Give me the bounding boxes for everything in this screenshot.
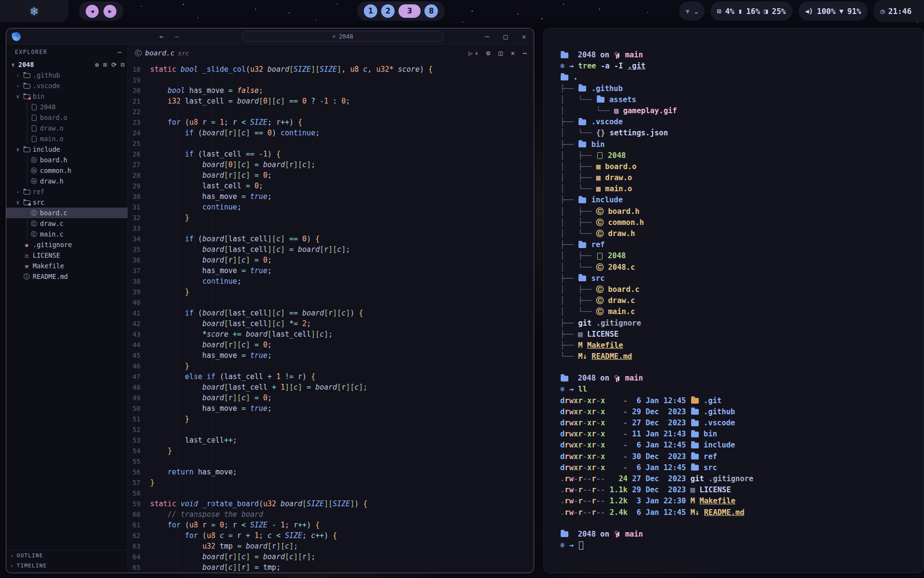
code-line-28[interactable]: 28 board[r][c] = 0; [128,170,534,181]
code-line-29[interactable]: 29 last_cell = 0; [128,181,534,191]
explorer-item-board-o[interactable]: board.o [6,112,128,123]
code-line-50[interactable]: 50 has_move = true; [128,403,534,414]
code-line-65[interactable]: 65 board[c][r] = tmp; [128,562,534,573]
code-line-49[interactable]: 49 board[r][c] = 0; [128,393,534,403]
terminal-window[interactable]: 2048 on main❄ → tree -a -I .git .├── .gi… [543,28,924,573]
code-line-60[interactable]: 60 // transpose the board [128,509,534,520]
code-line-64[interactable]: 64 board[r][c] = board[c][r]; [128,552,534,562]
code-line-56[interactable]: 56 return has_move; [128,467,534,477]
code-line-24[interactable]: 24 if (board[r][c] == 0) continue; [128,128,534,138]
code-line-25[interactable]: 25 [128,138,534,149]
code-line-20[interactable]: 20 bool has_move = false; [128,85,534,96]
nav-forward-icon[interactable]: → [174,32,179,41]
code-line-36[interactable]: 36 board[r][c] = 0; [128,255,534,265]
explorer-item-ref[interactable]: ›ref [6,186,128,197]
new-file-icon[interactable]: ⊕ [95,61,99,68]
code-line-38[interactable]: 38 continue; [128,276,534,287]
code-line-37[interactable]: 37 has_move = true; [128,265,534,276]
workspace-1[interactable]: 1 [364,4,377,18]
code-line-45[interactable]: 45 has_move = true; [128,350,534,361]
close-editor-icon[interactable]: ✕ [511,49,514,57]
code-line-40[interactable]: 40 [128,297,534,308]
code-line-58[interactable]: 58 [128,488,534,499]
nixos-launcher[interactable]: ❄ [0,0,68,22]
outline-section[interactable]: › OUTLINE [6,551,128,561]
code-line-57[interactable]: 57} [128,477,534,488]
explorer-item-vscode[interactable]: ›.vscode [6,80,128,91]
code-line-43[interactable]: 43 *score += board[last_cell][c]; [128,329,534,340]
explorer-item-bin[interactable]: ∨bin [6,91,128,102]
explorer-item-README-md[interactable]: ⓘREADME.md [6,271,128,282]
explorer-item-main-o[interactable]: main.o [6,133,128,144]
code-line-22[interactable]: 22 [128,106,534,117]
code-line-59[interactable]: 59static void _rotate_board(u32 board[SI… [128,499,534,509]
run-button[interactable]: ▷ [469,49,473,57]
editor-titlebar[interactable]: ← → ⌕ 2048 ─ □ ✕ [6,28,534,45]
code-line-39[interactable]: 39 } [128,287,534,297]
collapse-all-icon[interactable]: ⊟ [121,61,125,68]
code-line-31[interactable]: 31 continue; [128,202,534,212]
explorer-item-draw-c[interactable]: Ⓒdraw.c [6,218,128,229]
explorer-item-common-h[interactable]: Ⓗcommon.h [6,165,128,176]
code-line-51[interactable]: 51 } [128,414,534,424]
run-dropdown-icon[interactable]: ∨ [475,51,478,56]
code-line-55[interactable]: 55 [128,456,534,467]
code-line-61[interactable]: 61 for (u8 r = 0; r < SIZE - 1; r++) { [128,520,534,530]
close-button[interactable]: ✕ [522,33,526,40]
code-line-63[interactable]: 63 u32 tmp = board[r][c]; [128,541,534,552]
code-line-33[interactable]: 33 [128,223,534,234]
timeline-section[interactable]: › TIMELINE [6,561,128,571]
new-folder-icon[interactable]: ⊞ [103,61,107,68]
minimize-button[interactable]: ─ [485,33,489,40]
explorer-item-main-c[interactable]: Ⓒmain.c [6,229,128,239]
code-line-21[interactable]: 21 i32 last_cell = board[0][c] == 0 ? -1… [128,96,534,106]
workspace-8[interactable]: 8 [424,4,438,18]
command-search-box[interactable]: ⌕ 2048 [242,31,444,42]
code-line-41[interactable]: 41 if (board[last_cell][c] == board[r][c… [128,308,534,318]
code-line-32[interactable]: 32 } [128,212,534,223]
workspace-2[interactable]: 2 [381,4,395,18]
code-line-19[interactable]: 19 [128,75,534,85]
code-line-54[interactable]: 54 } [128,446,534,456]
nav-back-icon[interactable]: ← [159,32,164,41]
code-line-35[interactable]: 35 board[last_cell][c] = board[r][c]; [128,244,534,255]
settings-gear-icon[interactable]: ⚙ [486,49,490,57]
code-line-30[interactable]: 30 has_move = true; [128,191,534,202]
code-line-23[interactable]: 23 for (u8 r = 1; r < SIZE; r++) { [128,117,534,128]
code-line-52[interactable]: 52 [128,424,534,435]
code-line-18[interactable]: 18static bool _slide_col(u32 board[SIZE]… [128,64,534,75]
media-prev-button[interactable]: ◀ [86,5,99,18]
code-line-53[interactable]: 53 last_cell++; [128,435,534,446]
code-line-48[interactable]: 48 board[last_cell + 1][c] = board[r][c]… [128,382,534,393]
refresh-icon[interactable]: ⟳ [111,61,116,68]
explorer-item-LICENSE[interactable]: ⚖LICENSE [6,250,128,261]
explorer-item-gitignore[interactable]: ◈.gitignore [6,239,128,250]
split-editor-icon[interactable]: ◫ [499,49,502,57]
maximize-button[interactable]: □ [503,33,507,40]
code-line-44[interactable]: 44 board[r][c] = 0; [128,340,534,350]
tab-board-c[interactable]: Ⓒ board.c src [135,49,189,58]
code-line-34[interactable]: 34 if (board[last_cell][c] == 0) { [128,234,534,244]
explorer-more-icon[interactable]: ⋯ [118,48,122,56]
workspace-3-active[interactable]: 3 [398,4,421,18]
explorer-item-Makefile[interactable]: ⚒Makefile [6,261,128,271]
explorer-item-src[interactable]: ∨src [6,197,128,208]
code-line-62[interactable]: 62 for (u8 c = r + 1; c < SIZE; c++) { [128,530,534,541]
explorer-item-board-h[interactable]: Ⓗboard.h [6,155,128,165]
code-line-42[interactable]: 42 board[last_cell][c] *= 2; [128,318,534,329]
more-actions-icon[interactable]: ⋯ [523,49,527,57]
code-area[interactable]: 18static bool _slide_col(u32 board[SIZE]… [128,61,534,573]
explorer-item-2048[interactable]: 2048 [6,102,128,112]
code-line-26[interactable]: 26 if (last_cell == -1) { [128,149,534,159]
explorer-item-board-c[interactable]: Ⓒboard.c [6,208,128,218]
line-number: 33 [128,223,150,234]
explorer-item-draw-o[interactable]: draw.o [6,123,128,133]
code-line-27[interactable]: 27 board[0][c] = board[r][c]; [128,159,534,170]
explorer-item-github[interactable]: ›.github [6,70,128,80]
code-line-47[interactable]: 47 else if (last_cell + 1 != r) { [128,371,534,382]
explorer-root-2048[interactable]: ∨ 2048 ⊕ ⊞ ⟳ ⊟ [6,59,128,70]
explorer-item-draw-h[interactable]: Ⓗdraw.h [6,176,128,186]
media-next-button[interactable]: ▶ [103,5,116,18]
code-line-46[interactable]: 46 } [128,361,534,371]
explorer-item-include[interactable]: ∨include [6,144,128,155]
